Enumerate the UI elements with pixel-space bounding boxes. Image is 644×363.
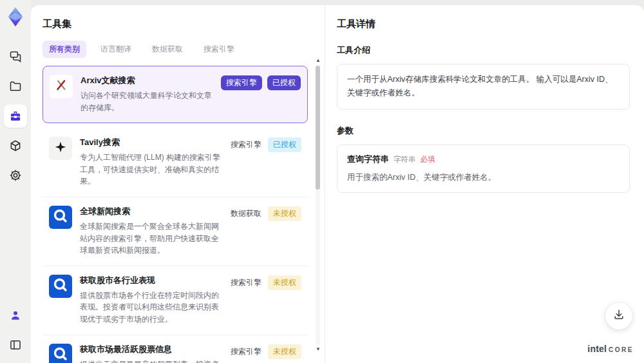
auth-status-badge: 未授权 xyxy=(268,275,301,290)
auth-status-badge: 已授权 xyxy=(268,137,301,152)
parameter-name: 查询字符串 xyxy=(347,153,389,165)
sidebar-item-packages[interactable] xyxy=(4,134,27,157)
list-scrollbar[interactable] xyxy=(316,64,320,345)
chat-icon xyxy=(9,50,22,63)
sparkle-icon xyxy=(53,140,68,157)
download-icon xyxy=(612,308,625,324)
user-avatar-icon xyxy=(9,309,22,322)
scrollbar-thumb[interactable] xyxy=(316,66,320,190)
tab-label: 数据获取 xyxy=(152,44,183,54)
parameter-type: 字符串 xyxy=(393,155,416,164)
sidebar-item-collapse[interactable] xyxy=(4,333,27,357)
news-search-icon xyxy=(49,206,72,229)
page-title: 工具集 xyxy=(43,18,308,30)
auth-status-badge: 未授权 xyxy=(268,206,301,221)
auth-status-badge: 未授权 xyxy=(268,344,301,359)
tool-description: 访问各个研究领域大量科学论文和文章的存储库。 xyxy=(80,90,213,113)
sidebar-item-settings[interactable] xyxy=(4,164,27,187)
intro-text: 一个用于从Arxiv存储库搜索科学论文和文章的工具。 输入可以是Arxiv ID… xyxy=(347,73,620,101)
tool-list-item[interactable]: Arxiv文献搜索 访问各个研究领域大量科学论文和文章的存储库。 搜索引擎 已授… xyxy=(43,66,308,123)
category-tab[interactable]: 语言翻译 xyxy=(94,41,138,58)
scroll-up-arrow[interactable]: ▲ xyxy=(316,58,321,63)
category-tab[interactable]: 搜索引擎 xyxy=(197,41,241,58)
params-heading: 参数 xyxy=(337,125,630,137)
category-badge: 数据获取 xyxy=(229,206,263,221)
sidebar-item-account[interactable] xyxy=(4,304,27,327)
tool-name: 获取股市各行业表现 xyxy=(80,275,222,286)
tool-description: 专为人工智能代理 (LLM) 构建的搜索引擎工具，可快速提供实时、准确和真实的结… xyxy=(80,152,222,188)
intel-core-logo: intel CORE xyxy=(587,344,634,354)
category-badge: 搜索引擎 xyxy=(221,75,262,90)
gear-icon xyxy=(9,169,22,182)
intro-heading: 工具介绍 xyxy=(337,44,630,56)
brand-name: intel xyxy=(587,344,607,354)
tool-description: 全球新闻搜索是一个聚合全球各大新闻网站内容的搜索引擎，帮助用户快速获取全球最新资… xyxy=(80,221,222,257)
auth-status-badge: 已授权 xyxy=(267,75,301,90)
category-tab[interactable]: 所有类别 xyxy=(43,41,86,58)
category-badge: 搜索引擎 xyxy=(229,275,263,290)
intro-box: 一个用于从Arxiv存储库搜索科学论文和文章的工具。 输入可以是Arxiv ID… xyxy=(337,64,630,110)
sidebar-item-files[interactable] xyxy=(4,75,27,98)
tool-description: 提供股票市场各个行业在特定时间段内的表现。投资者可以利用这些信息来识别表现优于或… xyxy=(80,289,222,326)
tool-name: Tavily搜索 xyxy=(80,137,222,148)
sidebar-item-tools[interactable] xyxy=(4,104,27,128)
main-content: 工具集 所有类别 语言翻译 数据获取 搜索引擎 xyxy=(31,5,644,363)
required-badge: 必填 xyxy=(421,155,435,164)
tool-list-item[interactable]: 获取市场最活跃股票信息 提供当天交易量最高的股票列表，投资者可以利用这些信息来识… xyxy=(43,335,308,363)
tool-list-item[interactable]: 获取股市各行业表现 提供股票市场各个行业在特定时间段内的表现。投资者可以利用这些… xyxy=(43,266,308,335)
sidebar xyxy=(0,0,31,363)
tool-list-panel: 工具集 所有类别 语言翻译 数据获取 搜索引擎 xyxy=(31,5,325,363)
category-tabs: 所有类别 语言翻译 数据获取 搜索引擎 xyxy=(43,41,308,58)
params-box: 查询字符串 字符串 必填 用于搜索的Arxiv ID、关键字或作者姓名。 xyxy=(337,144,630,193)
tool-list-item[interactable]: Tavily搜索 专为人工智能代理 (LLM) 构建的搜索引擎工具，可快速提供实… xyxy=(43,128,308,197)
tab-label: 搜索引擎 xyxy=(204,44,234,54)
package-icon xyxy=(9,139,22,152)
news-search-icon xyxy=(49,275,72,298)
category-badge: 搜索引擎 xyxy=(229,137,263,152)
category-tab[interactable]: 数据获取 xyxy=(146,41,189,58)
parameter-description: 用于搜索的Arxiv ID、关键字或作者姓名。 xyxy=(347,171,620,184)
detail-title: 工具详情 xyxy=(337,18,630,30)
brand-suffix: CORE xyxy=(609,346,634,353)
sidebar-item-chat[interactable] xyxy=(4,45,27,68)
tool-name: 获取市场最活跃股票信息 xyxy=(80,344,222,355)
folder-icon xyxy=(9,80,22,93)
tool-name: 全球新闻搜索 xyxy=(80,206,222,217)
panel-toggle-icon xyxy=(9,338,22,351)
parameter-item: 查询字符串 字符串 必填 用于搜索的Arxiv ID、关键字或作者姓名。 xyxy=(347,153,620,184)
tool-description: 提供当天交易量最高的股票列表，投资者可以利用这些信息来识别流动性强的股票和潜在的… xyxy=(80,358,222,363)
tool-detail-panel: 工具详情 工具介绍 一个用于从Arxiv存储库搜索科学论文和文章的工具。 输入可… xyxy=(325,5,644,363)
tool-name: Arxiv文献搜索 xyxy=(80,75,213,86)
toolbox-icon xyxy=(9,110,22,123)
news-search-icon xyxy=(49,344,72,363)
tab-label: 语言翻译 xyxy=(100,44,131,54)
category-badge: 搜索引擎 xyxy=(229,344,263,359)
scroll-down-arrow[interactable]: ▼ xyxy=(316,347,321,352)
app-logo-icon xyxy=(4,5,27,28)
arxiv-logo-icon xyxy=(53,77,69,95)
tool-list: Arxiv文献搜索 访问各个研究领域大量科学论文和文章的存储库。 搜索引擎 已授… xyxy=(43,66,308,363)
tool-list-item[interactable]: 全球新闻搜索 全球新闻搜索是一个聚合全球各大新闻网站内容的搜索引擎，帮助用户快速… xyxy=(43,197,308,266)
tab-label: 所有类别 xyxy=(49,44,80,54)
download-button[interactable] xyxy=(605,302,632,329)
